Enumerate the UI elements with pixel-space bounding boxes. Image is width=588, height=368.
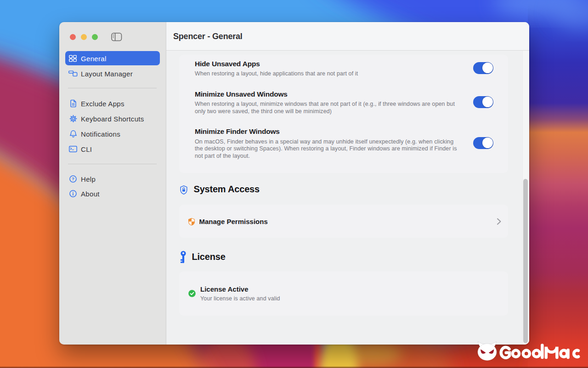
svg-text:?: ? (72, 176, 74, 181)
